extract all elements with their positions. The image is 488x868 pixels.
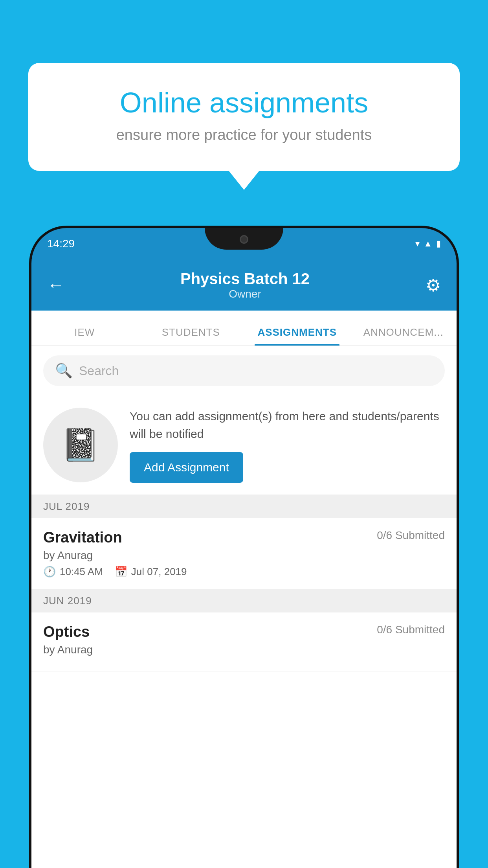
tab-students[interactable]: STUDENTS — [138, 326, 244, 346]
month-header-jul: JUL 2019 — [31, 495, 457, 518]
signal-icon: ▲ — [424, 239, 432, 249]
promo-icon-circle: 📓 — [43, 408, 118, 482]
assignment-meta: 🕐 10:45 AM 📅 Jul 07, 2019 — [43, 566, 445, 578]
back-button[interactable]: ← — [47, 275, 64, 295]
month-header-jun: JUN 2019 — [31, 589, 457, 612]
time-value: 10:45 AM — [60, 566, 103, 578]
tab-announcements[interactable]: ANNOUNCEM... — [350, 326, 457, 346]
assignment-by: by Anurag — [43, 549, 445, 562]
status-icons: ▾ ▲ ▮ — [415, 239, 441, 249]
calendar-icon: 📅 — [115, 566, 127, 578]
tab-assignments[interactable]: ASSIGNMENTS — [244, 326, 350, 346]
assignment-top: Optics 0/6 Submitted — [43, 623, 445, 640]
notebook-icon: 📓 — [61, 427, 100, 463]
notch — [205, 228, 283, 250]
phone: 14:29 ▾ ▲ ▮ ← Physics Batch 12 Owner ⚙ I… — [31, 228, 457, 868]
bubble-title: Online assignments — [52, 86, 436, 119]
search-icon: 🔍 — [55, 362, 73, 379]
date-value: Jul 07, 2019 — [131, 566, 187, 578]
add-assignment-button[interactable]: Add Assignment — [130, 452, 243, 483]
list-item[interactable]: Gravitation 0/6 Submitted by Anurag 🕐 10… — [31, 518, 457, 589]
promo-text: You can add assignment(s) from here and … — [130, 407, 445, 443]
status-bar: 14:29 ▾ ▲ ▮ — [31, 228, 457, 259]
meta-date: 📅 Jul 07, 2019 — [115, 566, 187, 578]
batch-subtitle: Owner — [180, 288, 310, 300]
assignment-submitted: 0/6 Submitted — [377, 529, 445, 542]
bubble-subtitle: ensure more practice for your students — [52, 127, 436, 143]
clock-icon: 🕐 — [43, 566, 56, 578]
search-placeholder: Search — [79, 364, 119, 378]
batch-title: Physics Batch 12 — [180, 270, 310, 288]
status-time: 14:29 — [47, 237, 75, 250]
tab-iew[interactable]: IEW — [31, 326, 138, 346]
header-title-block: Physics Batch 12 Owner — [180, 270, 310, 300]
wifi-icon: ▾ — [415, 239, 420, 249]
assignment-by: by Anurag — [43, 644, 445, 656]
meta-time: 🕐 10:45 AM — [43, 566, 103, 578]
tab-bar: IEW STUDENTS ASSIGNMENTS ANNOUNCEM... — [31, 311, 457, 346]
assignment-submitted: 0/6 Submitted — [377, 623, 445, 636]
assignment-name: Optics — [43, 623, 90, 640]
assignment-name: Gravitation — [43, 529, 122, 546]
settings-icon[interactable]: ⚙ — [426, 275, 441, 295]
promo-right: You can add assignment(s) from here and … — [130, 407, 445, 483]
promo-block: 📓 You can add assignment(s) from here an… — [31, 395, 457, 495]
speech-bubble: Online assignments ensure more practice … — [28, 63, 460, 171]
camera-dot — [240, 235, 248, 244]
assignment-top: Gravitation 0/6 Submitted — [43, 529, 445, 546]
content-area: 🔍 Search 📓 You can add assignment(s) fro… — [31, 346, 457, 868]
app-header: ← Physics Batch 12 Owner ⚙ — [31, 259, 457, 311]
list-item[interactable]: Optics 0/6 Submitted by Anurag — [31, 612, 457, 671]
battery-icon: ▮ — [436, 239, 441, 249]
search-bar[interactable]: 🔍 Search — [43, 355, 445, 386]
